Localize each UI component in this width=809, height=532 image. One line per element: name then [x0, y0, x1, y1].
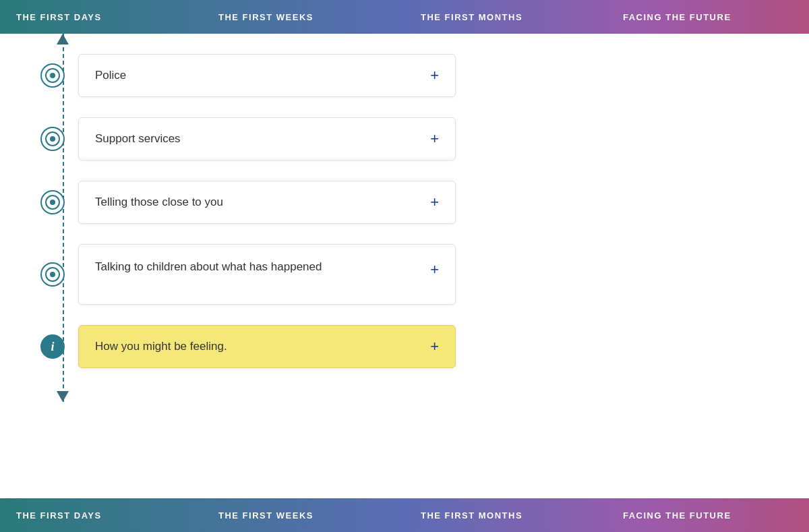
timeline-item-how-feeling: i How you might be feeling. + — [40, 325, 809, 368]
dot-police — [50, 73, 55, 78]
timeline-item-support-services: Support services + — [40, 117, 809, 160]
header-section-first-weeks[interactable]: THE FIRST WEEKS — [202, 12, 404, 22]
timeline-card-how-feeling[interactable]: How you might be feeling. + — [78, 325, 456, 368]
card-label-police: Police — [95, 69, 126, 82]
header-section-facing-future[interactable]: FACING THE FUTURE — [607, 12, 809, 22]
timeline-arrow-top — [57, 34, 69, 45]
timeline-node-police — [40, 63, 65, 88]
card-label-how-feeling: How you might be feeling. — [95, 340, 227, 353]
expand-icon-talking-children[interactable]: + — [430, 261, 439, 278]
timeline-item-telling-close: Telling those close to you + — [40, 181, 809, 224]
timeline-card-telling-close[interactable]: Telling those close to you + — [78, 181, 456, 224]
timeline-card-support-services[interactable]: Support services + — [78, 117, 456, 160]
footer-section-first-months[interactable]: THE FIRST MONTHS — [404, 510, 607, 521]
header-label-facing-future: FACING THE FUTURE — [623, 12, 731, 22]
dot-talking-children — [50, 272, 55, 277]
expand-icon-support-services[interactable]: + — [430, 130, 439, 148]
main-content: Police + Support services + — [0, 34, 809, 498]
inner-circle-telling-close — [45, 195, 60, 210]
expand-icon-telling-close[interactable]: + — [430, 194, 439, 211]
header-section-first-months[interactable]: THE FIRST MONTHS — [404, 12, 607, 22]
footer-section-facing-future[interactable]: FACING THE FUTURE — [607, 510, 809, 521]
header-label-first-days: THE FIRST DAYS — [16, 12, 102, 22]
timeline-node-support-services — [40, 127, 65, 151]
timeline-node-talking-children — [40, 262, 65, 287]
dot-telling-close — [50, 200, 55, 205]
footer-label-first-days: THE FIRST DAYS — [16, 510, 102, 521]
footer-label-facing-future: FACING THE FUTURE — [623, 510, 731, 521]
header-label-first-months: THE FIRST MONTHS — [421, 12, 522, 22]
timeline-card-talking-children[interactable]: Talking to children about what has happe… — [78, 244, 456, 305]
info-icon: i — [51, 341, 54, 353]
timeline-arrow-bottom — [57, 391, 69, 402]
inner-circle-support-services — [45, 131, 60, 146]
footer-label-first-weeks: THE FIRST WEEKS — [218, 510, 313, 521]
footer-nav-bar: THE FIRST DAYS THE FIRST WEEKS THE FIRST… — [0, 498, 809, 532]
card-label-telling-close: Telling those close to you — [95, 196, 223, 209]
dot-support-services — [50, 136, 55, 142]
timeline-node-telling-close — [40, 190, 65, 214]
inner-circle-police — [45, 68, 60, 83]
card-label-support-services: Support services — [95, 132, 181, 146]
timeline-container: Police + Support services + — [0, 34, 809, 402]
footer-section-first-weeks[interactable]: THE FIRST WEEKS — [202, 510, 404, 521]
timeline-item-police: Police + — [40, 54, 809, 97]
header-section-first-days[interactable]: THE FIRST DAYS — [0, 12, 202, 22]
inner-circle-talking-children — [45, 267, 60, 282]
expand-icon-police[interactable]: + — [430, 67, 439, 84]
expand-icon-how-feeling[interactable]: + — [430, 338, 439, 355]
timeline-node-how-feeling: i — [40, 334, 65, 359]
timeline-card-police[interactable]: Police + — [78, 54, 456, 97]
timeline-item-talking-children: Talking to children about what has happe… — [40, 244, 809, 305]
header-label-first-weeks: THE FIRST WEEKS — [218, 12, 313, 22]
footer-section-first-days[interactable]: THE FIRST DAYS — [0, 510, 202, 521]
footer-label-first-months: THE FIRST MONTHS — [421, 510, 522, 521]
header-nav-bar: THE FIRST DAYS THE FIRST WEEKS THE FIRST… — [0, 0, 809, 34]
card-label-talking-children: Talking to children about what has happe… — [95, 258, 322, 276]
